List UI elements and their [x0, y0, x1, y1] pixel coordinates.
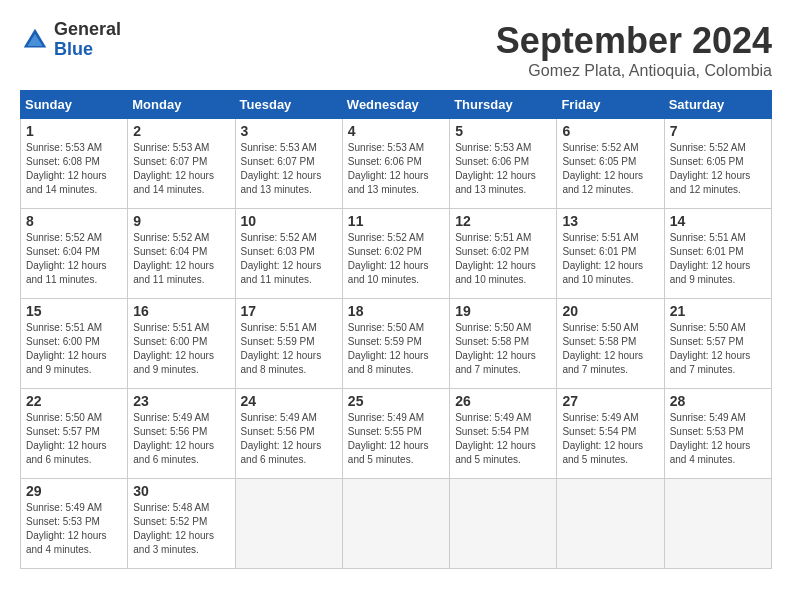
day-info: Sunrise: 5:49 AMSunset: 5:56 PMDaylight:…	[133, 411, 229, 467]
calendar-cell: 3Sunrise: 5:53 AMSunset: 6:07 PMDaylight…	[235, 119, 342, 209]
day-number: 1	[26, 123, 122, 139]
day-number: 5	[455, 123, 551, 139]
calendar-cell: 8Sunrise: 5:52 AMSunset: 6:04 PMDaylight…	[21, 209, 128, 299]
day-number: 15	[26, 303, 122, 319]
calendar-cell: 23Sunrise: 5:49 AMSunset: 5:56 PMDayligh…	[128, 389, 235, 479]
calendar-cell: 6Sunrise: 5:52 AMSunset: 6:05 PMDaylight…	[557, 119, 664, 209]
calendar-cell: 27Sunrise: 5:49 AMSunset: 5:54 PMDayligh…	[557, 389, 664, 479]
title-section: September 2024 Gomez Plata, Antioquia, C…	[496, 20, 772, 80]
calendar-week-row: 29Sunrise: 5:49 AMSunset: 5:53 PMDayligh…	[21, 479, 772, 569]
day-number: 12	[455, 213, 551, 229]
calendar-cell: 22Sunrise: 5:50 AMSunset: 5:57 PMDayligh…	[21, 389, 128, 479]
calendar-cell: 18Sunrise: 5:50 AMSunset: 5:59 PMDayligh…	[342, 299, 449, 389]
day-number: 21	[670, 303, 766, 319]
day-info: Sunrise: 5:50 AMSunset: 5:58 PMDaylight:…	[455, 321, 551, 377]
main-title: September 2024	[496, 20, 772, 62]
header: General Blue September 2024 Gomez Plata,…	[20, 20, 772, 80]
day-number: 25	[348, 393, 444, 409]
day-number: 7	[670, 123, 766, 139]
day-info: Sunrise: 5:51 AMSunset: 6:00 PMDaylight:…	[26, 321, 122, 377]
calendar-cell	[557, 479, 664, 569]
day-number: 13	[562, 213, 658, 229]
calendar-cell	[450, 479, 557, 569]
day-info: Sunrise: 5:49 AMSunset: 5:55 PMDaylight:…	[348, 411, 444, 467]
calendar-cell	[342, 479, 449, 569]
calendar-cell: 5Sunrise: 5:53 AMSunset: 6:06 PMDaylight…	[450, 119, 557, 209]
day-number: 18	[348, 303, 444, 319]
calendar-cell: 17Sunrise: 5:51 AMSunset: 5:59 PMDayligh…	[235, 299, 342, 389]
day-info: Sunrise: 5:49 AMSunset: 5:56 PMDaylight:…	[241, 411, 337, 467]
day-info: Sunrise: 5:53 AMSunset: 6:06 PMDaylight:…	[348, 141, 444, 197]
day-info: Sunrise: 5:51 AMSunset: 6:00 PMDaylight:…	[133, 321, 229, 377]
day-info: Sunrise: 5:52 AMSunset: 6:04 PMDaylight:…	[26, 231, 122, 287]
calendar-cell: 12Sunrise: 5:51 AMSunset: 6:02 PMDayligh…	[450, 209, 557, 299]
calendar-cell: 21Sunrise: 5:50 AMSunset: 5:57 PMDayligh…	[664, 299, 771, 389]
calendar-week-row: 15Sunrise: 5:51 AMSunset: 6:00 PMDayligh…	[21, 299, 772, 389]
day-info: Sunrise: 5:49 AMSunset: 5:54 PMDaylight:…	[455, 411, 551, 467]
day-number: 14	[670, 213, 766, 229]
calendar-cell: 29Sunrise: 5:49 AMSunset: 5:53 PMDayligh…	[21, 479, 128, 569]
calendar-cell: 2Sunrise: 5:53 AMSunset: 6:07 PMDaylight…	[128, 119, 235, 209]
day-number: 26	[455, 393, 551, 409]
day-info: Sunrise: 5:51 AMSunset: 6:01 PMDaylight:…	[670, 231, 766, 287]
day-number: 28	[670, 393, 766, 409]
day-number: 16	[133, 303, 229, 319]
col-tuesday: Tuesday	[235, 91, 342, 119]
calendar-cell: 15Sunrise: 5:51 AMSunset: 6:00 PMDayligh…	[21, 299, 128, 389]
day-info: Sunrise: 5:52 AMSunset: 6:04 PMDaylight:…	[133, 231, 229, 287]
day-info: Sunrise: 5:50 AMSunset: 5:57 PMDaylight:…	[670, 321, 766, 377]
calendar-cell: 30Sunrise: 5:48 AMSunset: 5:52 PMDayligh…	[128, 479, 235, 569]
col-friday: Friday	[557, 91, 664, 119]
calendar-cell: 9Sunrise: 5:52 AMSunset: 6:04 PMDaylight…	[128, 209, 235, 299]
calendar-cell: 25Sunrise: 5:49 AMSunset: 5:55 PMDayligh…	[342, 389, 449, 479]
calendar-cell: 26Sunrise: 5:49 AMSunset: 5:54 PMDayligh…	[450, 389, 557, 479]
col-monday: Monday	[128, 91, 235, 119]
day-number: 22	[26, 393, 122, 409]
calendar-cell: 10Sunrise: 5:52 AMSunset: 6:03 PMDayligh…	[235, 209, 342, 299]
col-sunday: Sunday	[21, 91, 128, 119]
day-number: 9	[133, 213, 229, 229]
day-number: 17	[241, 303, 337, 319]
calendar-week-row: 8Sunrise: 5:52 AMSunset: 6:04 PMDaylight…	[21, 209, 772, 299]
calendar-cell	[235, 479, 342, 569]
calendar-cell: 24Sunrise: 5:49 AMSunset: 5:56 PMDayligh…	[235, 389, 342, 479]
day-number: 4	[348, 123, 444, 139]
logo-icon	[20, 25, 50, 55]
calendar-cell: 13Sunrise: 5:51 AMSunset: 6:01 PMDayligh…	[557, 209, 664, 299]
day-number: 30	[133, 483, 229, 499]
day-number: 6	[562, 123, 658, 139]
day-number: 11	[348, 213, 444, 229]
calendar-cell: 1Sunrise: 5:53 AMSunset: 6:08 PMDaylight…	[21, 119, 128, 209]
day-info: Sunrise: 5:52 AMSunset: 6:05 PMDaylight:…	[670, 141, 766, 197]
calendar-cell: 4Sunrise: 5:53 AMSunset: 6:06 PMDaylight…	[342, 119, 449, 209]
col-thursday: Thursday	[450, 91, 557, 119]
day-info: Sunrise: 5:53 AMSunset: 6:06 PMDaylight:…	[455, 141, 551, 197]
col-saturday: Saturday	[664, 91, 771, 119]
day-info: Sunrise: 5:53 AMSunset: 6:08 PMDaylight:…	[26, 141, 122, 197]
day-number: 27	[562, 393, 658, 409]
col-wednesday: Wednesday	[342, 91, 449, 119]
day-number: 3	[241, 123, 337, 139]
day-info: Sunrise: 5:50 AMSunset: 5:57 PMDaylight:…	[26, 411, 122, 467]
calendar-cell: 20Sunrise: 5:50 AMSunset: 5:58 PMDayligh…	[557, 299, 664, 389]
calendar-week-row: 1Sunrise: 5:53 AMSunset: 6:08 PMDaylight…	[21, 119, 772, 209]
day-info: Sunrise: 5:51 AMSunset: 6:01 PMDaylight:…	[562, 231, 658, 287]
day-info: Sunrise: 5:53 AMSunset: 6:07 PMDaylight:…	[241, 141, 337, 197]
day-number: 8	[26, 213, 122, 229]
day-info: Sunrise: 5:51 AMSunset: 5:59 PMDaylight:…	[241, 321, 337, 377]
day-number: 24	[241, 393, 337, 409]
calendar-cell: 11Sunrise: 5:52 AMSunset: 6:02 PMDayligh…	[342, 209, 449, 299]
day-info: Sunrise: 5:49 AMSunset: 5:53 PMDaylight:…	[26, 501, 122, 557]
header-row: Sunday Monday Tuesday Wednesday Thursday…	[21, 91, 772, 119]
logo: General Blue	[20, 20, 121, 60]
logo-text: General Blue	[54, 20, 121, 60]
calendar-week-row: 22Sunrise: 5:50 AMSunset: 5:57 PMDayligh…	[21, 389, 772, 479]
calendar-cell: 16Sunrise: 5:51 AMSunset: 6:00 PMDayligh…	[128, 299, 235, 389]
day-number: 20	[562, 303, 658, 319]
day-info: Sunrise: 5:49 AMSunset: 5:53 PMDaylight:…	[670, 411, 766, 467]
day-number: 23	[133, 393, 229, 409]
subtitle: Gomez Plata, Antioquia, Colombia	[496, 62, 772, 80]
calendar-cell: 14Sunrise: 5:51 AMSunset: 6:01 PMDayligh…	[664, 209, 771, 299]
day-info: Sunrise: 5:49 AMSunset: 5:54 PMDaylight:…	[562, 411, 658, 467]
day-info: Sunrise: 5:51 AMSunset: 6:02 PMDaylight:…	[455, 231, 551, 287]
